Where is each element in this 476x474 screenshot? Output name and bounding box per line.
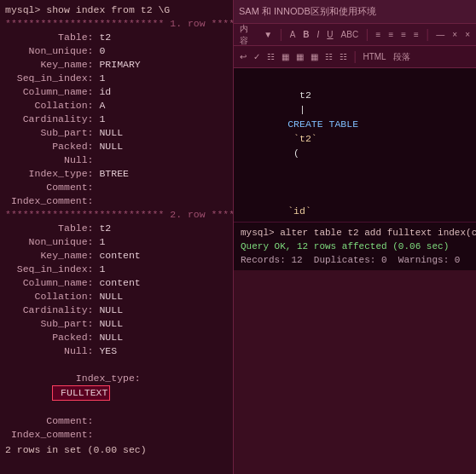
btn-grid4[interactable]: ▦ bbox=[308, 51, 321, 62]
terminal-prompt: mysql> show index from t2 \G bbox=[5, 3, 234, 17]
field-keyname-2: Key_name: content bbox=[5, 249, 234, 263]
font-label: 内容 bbox=[237, 22, 258, 48]
field-packed-2: Packed: NULL bbox=[5, 331, 234, 344]
sep3: | bbox=[424, 28, 431, 42]
editor-toolbar-top: SAM 和 INNODB区别和使用环境 bbox=[234, 0, 476, 24]
field-null-1: Null: bbox=[5, 153, 234, 167]
btn-align3[interactable]: ≡ bbox=[398, 29, 409, 40]
field-comment-2: Comment: bbox=[5, 414, 234, 428]
field-subpart-2: Sub_part: NULL bbox=[5, 317, 234, 331]
btn-grid3[interactable]: ▦ bbox=[293, 51, 306, 62]
result-line-1: mysql> alter table t2 add fulltext index… bbox=[241, 226, 469, 240]
btn-close1[interactable]: × bbox=[450, 29, 460, 40]
btn-close2[interactable]: × bbox=[462, 29, 473, 40]
index-block-1: Table: t2 Non_unique: 0 Key_name: PRIMAR… bbox=[5, 31, 234, 208]
field-keyname-1: Key_name: PRIMARY bbox=[5, 58, 234, 72]
btn-italic[interactable]: I bbox=[315, 29, 322, 40]
code-line-2: `id` int (22) NOT NULL AUTO_INCREMENT , bbox=[241, 175, 469, 222]
field-seqinindex-1: Seq_in_index: 1 bbox=[5, 72, 234, 85]
separator-2: *************************** 2. row *****… bbox=[5, 208, 234, 222]
btn-align4[interactable]: ≡ bbox=[411, 29, 421, 40]
editor-toolbar-3: ↩ ✓ ☷ ▦ ▦ ▦ ☷ ☷ | HTML 段落 bbox=[234, 46, 476, 68]
editor-panel: SAM 和 INNODB区别和使用环境 内容 ▼ | A B I U ABC |… bbox=[233, 0, 476, 474]
btn-bold[interactable]: B bbox=[300, 29, 311, 40]
field-indexcomment-2: Index_comment: bbox=[5, 428, 234, 442]
sep2: | bbox=[363, 28, 370, 42]
btn-undo[interactable]: ↩ bbox=[237, 51, 249, 62]
field-cardinality-2: Cardinality: NULL bbox=[5, 303, 234, 317]
font-dropdown[interactable]: ▼ bbox=[261, 29, 275, 40]
editor-result-area: mysql> alter table t2 add fulltext index… bbox=[234, 222, 476, 270]
btn-paragraph[interactable]: 段落 bbox=[391, 50, 413, 64]
result-line-2: Query OK, 12 rows affected (0.06 sec) bbox=[241, 240, 469, 253]
btn-underline[interactable]: U bbox=[324, 29, 335, 40]
code-line-1: t2 | CREATE TABLE `t2` ( bbox=[241, 73, 469, 175]
sep1: | bbox=[277, 28, 284, 42]
field-table-1: Table: t2 bbox=[5, 31, 234, 44]
toolbar-title: SAM 和 INNODB区别和使用环境 bbox=[239, 5, 376, 18]
field-indextype-2-highlighted: Index_type: FULLTEXT bbox=[5, 358, 234, 414]
field-cardinality-1: Cardinality: 1 bbox=[5, 113, 234, 126]
field-indextype-1: Index_type: BTREE bbox=[5, 167, 234, 181]
btn-align2[interactable]: ≡ bbox=[386, 29, 396, 40]
btn-dash[interactable]: — bbox=[433, 29, 447, 40]
btn-grid6[interactable]: ☷ bbox=[337, 51, 350, 62]
field-indexcomment-1: Index_comment: bbox=[5, 194, 234, 208]
btn-grid2[interactable]: ▦ bbox=[279, 51, 292, 62]
field-collation-2: Collation: NULL bbox=[5, 290, 234, 303]
field-null-2: Null: YES bbox=[5, 344, 234, 358]
sep4: | bbox=[351, 50, 358, 64]
btn-check[interactable]: ✓ bbox=[251, 51, 263, 62]
btn-a[interactable]: A bbox=[287, 29, 299, 40]
editor-content-area: t2 | CREATE TABLE `t2` ( `id` int (22) N… bbox=[234, 68, 476, 222]
btn-align1[interactable]: ≡ bbox=[374, 29, 384, 40]
field-table-2: Table: t2 bbox=[5, 222, 234, 235]
field-columnname-1: Column_name: id bbox=[5, 85, 234, 99]
terminal-panel: mysql> show index from t2 \G ***********… bbox=[0, 0, 239, 474]
btn-abc[interactable]: ABC bbox=[339, 29, 362, 40]
btn-grid5[interactable]: ☷ bbox=[322, 51, 335, 62]
field-packed-1: Packed: NULL bbox=[5, 140, 234, 153]
field-collation-1: Collation: A bbox=[5, 99, 234, 113]
field-subpart-1: Sub_part: NULL bbox=[5, 126, 234, 140]
editor-toolbar-2: 内容 ▼ | A B I U ABC | ≡ ≡ ≡ ≡ | — × × bbox=[234, 24, 476, 46]
result-footer: 2 rows in set (0.00 sec) bbox=[5, 443, 234, 457]
field-columnname-2: Column_name: content bbox=[5, 276, 234, 290]
fulltext-badge: FULLTEXT bbox=[52, 385, 110, 401]
btn-html[interactable]: HTML bbox=[360, 51, 388, 62]
field-comment-1: Comment: bbox=[5, 181, 234, 194]
field-nonunique-2: Non_unique: 1 bbox=[5, 235, 234, 249]
main-container: mysql> show index from t2 \G ***********… bbox=[0, 0, 476, 474]
field-nonunique-1: Non_unique: 0 bbox=[5, 44, 234, 58]
result-line-3: Records: 12 Duplicates: 0 Warnings: 0 bbox=[241, 253, 469, 267]
index-block-2: Table: t2 Non_unique: 1 Key_name: conten… bbox=[5, 222, 234, 442]
btn-grid1[interactable]: ☷ bbox=[264, 51, 277, 62]
separator-1: *************************** 1. row *****… bbox=[5, 17, 234, 31]
field-seqinindex-2: Seq_in_index: 1 bbox=[5, 263, 234, 276]
